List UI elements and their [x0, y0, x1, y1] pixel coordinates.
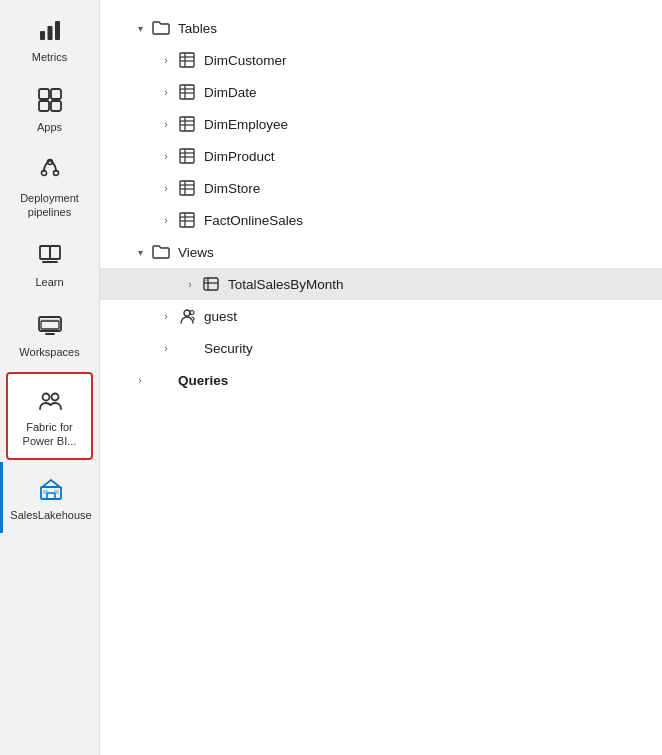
svg-point-16 [51, 393, 58, 400]
table-icon [176, 81, 198, 103]
chevron-right-icon: › [156, 343, 176, 354]
svg-rect-6 [51, 101, 61, 111]
chevron-right-icon: › [180, 279, 200, 290]
tree-item-security[interactable]: › Security [100, 332, 662, 364]
chevron-right-icon: › [156, 55, 176, 66]
svg-rect-33 [180, 149, 194, 163]
sidebar-item-saleslakehouse-label: SalesLakehouse [10, 508, 91, 522]
svg-rect-45 [204, 278, 218, 290]
svg-rect-0 [40, 31, 45, 40]
sidebar-item-metrics[interactable]: Metrics [0, 4, 99, 74]
table-icon [176, 113, 198, 135]
tree-item-dimstore-label: DimStore [204, 181, 260, 196]
svg-rect-11 [50, 246, 60, 259]
sidebar-item-learn-label: Learn [35, 275, 63, 289]
tree-item-dimemployee-label: DimEmployee [204, 117, 288, 132]
sidebar: Metrics Apps Deployment pipelines [0, 0, 100, 755]
sidebar-item-deployment-pipelines[interactable]: Deployment pipelines [0, 145, 99, 230]
tree-item-tables-label: Tables [178, 21, 217, 36]
view-icon [200, 273, 222, 295]
svg-rect-3 [39, 89, 49, 99]
tree-item-guest[interactable]: › guest [100, 300, 662, 332]
svg-rect-5 [39, 101, 49, 111]
sidebar-item-saleslakehouse[interactable]: SalesLakehouse [0, 462, 99, 532]
tree-item-security-label: Security [204, 341, 253, 356]
folder-icon [150, 241, 172, 263]
no-icon [150, 369, 172, 391]
tree-view: ▾ Tables › DimCustomer › [100, 0, 662, 408]
tree-item-totalsalesbymonth-label: TotalSalesByMonth [228, 277, 344, 292]
chevron-right-icon: › [156, 311, 176, 322]
svg-rect-14 [41, 321, 59, 329]
chevron-right-icon: › [156, 183, 176, 194]
chevron-down-icon: ▾ [130, 247, 150, 258]
sidebar-item-workspaces-label: Workspaces [19, 345, 79, 359]
svg-rect-2 [55, 21, 60, 40]
tree-item-dimdate-label: DimDate [204, 85, 257, 100]
sidebar-item-deployment-label: Deployment pipelines [6, 191, 93, 220]
table-icon [176, 209, 198, 231]
tree-item-dimcustomer-label: DimCustomer [204, 53, 287, 68]
tree-item-dimemployee[interactable]: › DimEmployee [100, 108, 662, 140]
fabric-icon [34, 384, 66, 416]
chevron-right-icon: › [130, 375, 150, 386]
tree-item-dimproduct[interactable]: › DimProduct [100, 140, 662, 172]
workspaces-icon [34, 309, 66, 341]
sidebar-item-apps[interactable]: Apps [0, 74, 99, 144]
tree-item-factonlinesales-label: FactOnlineSales [204, 213, 303, 228]
svg-rect-25 [180, 85, 194, 99]
sidebar-item-metrics-label: Metrics [32, 50, 67, 64]
svg-point-46 [184, 310, 190, 316]
chevron-right-icon: › [156, 119, 176, 130]
tree-item-dimcustomer[interactable]: › DimCustomer [100, 44, 662, 76]
folder-icon [150, 17, 172, 39]
svg-rect-29 [180, 117, 194, 131]
sidebar-item-learn[interactable]: Learn [0, 229, 99, 299]
tree-item-views[interactable]: ▾ Views [100, 236, 662, 268]
tree-item-guest-label: guest [204, 309, 237, 324]
sidebar-item-fabric-label: Fabric for Power BI... [14, 420, 85, 449]
sidebar-item-workspaces[interactable]: Workspaces [0, 299, 99, 369]
svg-rect-19 [43, 490, 48, 494]
tree-item-queries[interactable]: › Queries [100, 364, 662, 396]
lakehouse-icon [35, 472, 67, 504]
svg-rect-37 [180, 181, 194, 195]
sidebar-item-fabric-power-bi[interactable]: Fabric for Power BI... [6, 372, 93, 461]
svg-point-8 [53, 170, 58, 175]
svg-rect-10 [40, 246, 50, 259]
tree-item-views-label: Views [178, 245, 214, 260]
chevron-right-icon: › [156, 215, 176, 226]
main-content: ▾ Tables › DimCustomer › [100, 0, 662, 755]
svg-point-15 [42, 393, 49, 400]
table-icon [176, 145, 198, 167]
tree-item-dimdate[interactable]: › DimDate [100, 76, 662, 108]
tree-item-totalsalesbymonth[interactable]: › TotalSalesByMonth [100, 268, 662, 300]
svg-rect-41 [180, 213, 194, 227]
svg-rect-4 [51, 89, 61, 99]
tree-item-dimproduct-label: DimProduct [204, 149, 275, 164]
chevron-right-icon: › [156, 87, 176, 98]
sidebar-item-apps-label: Apps [37, 120, 62, 134]
learn-icon [34, 239, 66, 271]
table-icon [176, 177, 198, 199]
tree-item-dimstore[interactable]: › DimStore [100, 172, 662, 204]
metrics-icon [34, 14, 66, 46]
tree-item-factonlinesales[interactable]: › FactOnlineSales [100, 204, 662, 236]
deployment-icon [34, 155, 66, 187]
svg-rect-21 [180, 53, 194, 67]
no-icon [176, 337, 198, 359]
tree-item-queries-label: Queries [178, 373, 228, 388]
svg-rect-20 [54, 490, 59, 494]
tree-item-tables[interactable]: ▾ Tables [100, 12, 662, 44]
chevron-right-icon: › [156, 151, 176, 162]
apps-icon [34, 84, 66, 116]
chevron-down-icon: ▾ [130, 23, 150, 34]
svg-rect-1 [47, 26, 52, 40]
table-icon [176, 49, 198, 71]
user-group-icon [176, 305, 198, 327]
